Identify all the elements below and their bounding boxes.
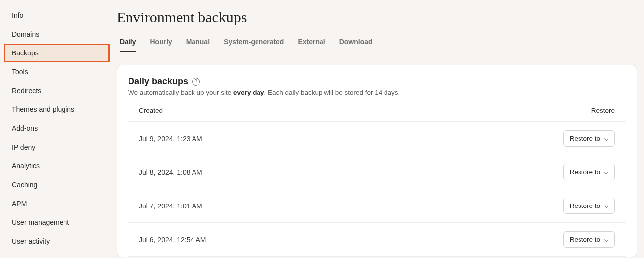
restore-to-button[interactable]: Restore to <box>563 198 615 214</box>
sidebar-item-label: IP deny <box>12 143 35 151</box>
tab-external[interactable]: External <box>298 38 325 52</box>
sidebar-item-backups[interactable]: Backups <box>4 44 110 62</box>
page-title: Environment backups <box>117 9 637 26</box>
chevron-down-icon <box>604 170 608 174</box>
table-row: Jul 9, 2024, 1:23 AMRestore to <box>128 122 626 155</box>
sidebar-item-user-management[interactable]: User management <box>0 213 112 232</box>
sidebar-item-redirects[interactable]: Redirects <box>0 81 112 100</box>
table-row: Jul 8, 2024, 1:08 AMRestore to <box>128 155 626 189</box>
sidebar-item-caching[interactable]: Caching <box>0 175 112 194</box>
sidebar-item-themes-and-plugins[interactable]: Themes and plugins <box>0 100 112 119</box>
tab-daily[interactable]: Daily <box>120 38 136 52</box>
chevron-down-icon <box>604 204 608 208</box>
sidebar-item-tools[interactable]: Tools <box>0 62 112 81</box>
sidebar-item-label: Analytics <box>12 162 40 170</box>
table-row: Jul 7, 2024, 1:01 AMRestore to <box>128 189 626 223</box>
restore-button-label: Restore to <box>570 236 600 243</box>
sidebar-item-label: Redirects <box>12 87 41 95</box>
sidebar-item-add-ons[interactable]: Add-ons <box>0 119 112 138</box>
column-header-created: Created <box>139 107 163 114</box>
sidebar-item-label: Tools <box>12 68 28 76</box>
restore-button-label: Restore to <box>570 202 600 209</box>
restore-button-label: Restore to <box>570 168 600 176</box>
card-header: Daily backups ? <box>128 76 626 87</box>
tab-bar: DailyHourlyManualSystem-generatedExterna… <box>117 38 637 52</box>
table-body: Jul 9, 2024, 1:23 AMRestore toJul 8, 202… <box>128 122 626 257</box>
column-header-restore: Restore <box>591 107 615 114</box>
backups-card: Daily backups ? We automatically back up… <box>117 65 637 257</box>
sidebar-item-label: Domains <box>12 30 39 38</box>
sidebar-item-info[interactable]: Info <box>0 6 112 25</box>
sidebar-item-label: Themes and plugins <box>12 105 74 113</box>
sidebar-item-label: User management <box>12 218 69 226</box>
table-row: Jul 6, 2024, 12:54 AMRestore to <box>128 223 626 257</box>
sidebar-item-label: APM <box>12 200 27 207</box>
restore-to-button[interactable]: Restore to <box>563 231 615 248</box>
sidebar-item-label: Caching <box>12 181 37 189</box>
row-created: Jul 8, 2024, 1:08 AM <box>139 168 202 176</box>
row-created: Jul 7, 2024, 1:01 AM <box>139 202 202 210</box>
tab-system-generated[interactable]: System-generated <box>224 38 284 52</box>
sidebar: InfoDomainsBackupsToolsRedirectsThemes a… <box>0 0 112 258</box>
sidebar-item-label: User activity <box>12 237 50 245</box>
tab-download[interactable]: Download <box>339 38 373 52</box>
sidebar-item-user-activity[interactable]: User activity <box>0 232 112 251</box>
sidebar-item-apm[interactable]: APM <box>0 194 112 213</box>
chevron-down-icon <box>604 137 608 141</box>
restore-to-button[interactable]: Restore to <box>563 130 615 147</box>
sidebar-item-label: Info <box>12 11 23 19</box>
card-subtitle: We automatically back up your site every… <box>128 89 626 96</box>
table-header: Created Restore <box>128 107 626 122</box>
sidebar-item-label: Add-ons <box>12 124 38 132</box>
row-created: Jul 9, 2024, 1:23 AM <box>139 135 202 143</box>
sidebar-item-ip-deny[interactable]: IP deny <box>0 138 112 156</box>
card-subtitle-prefix: We automatically back up your site <box>128 89 233 96</box>
sidebar-item-analytics[interactable]: Analytics <box>0 156 112 175</box>
sidebar-item-domains[interactable]: Domains <box>0 25 112 44</box>
card-subtitle-suffix: . Each daily backup will be stored for 1… <box>264 89 400 96</box>
card-subtitle-bold: every day <box>233 89 264 96</box>
main-content: Environment backups DailyHourlyManualSys… <box>112 0 644 258</box>
help-icon[interactable]: ? <box>192 78 200 86</box>
sidebar-item-label: Backups <box>12 49 39 57</box>
card-title: Daily backups <box>128 76 188 87</box>
tab-manual[interactable]: Manual <box>186 38 210 52</box>
tab-hourly[interactable]: Hourly <box>150 38 172 52</box>
chevron-down-icon <box>604 238 608 242</box>
restore-to-button[interactable]: Restore to <box>563 164 615 180</box>
restore-button-label: Restore to <box>570 135 600 142</box>
row-created: Jul 6, 2024, 12:54 AM <box>139 236 206 244</box>
